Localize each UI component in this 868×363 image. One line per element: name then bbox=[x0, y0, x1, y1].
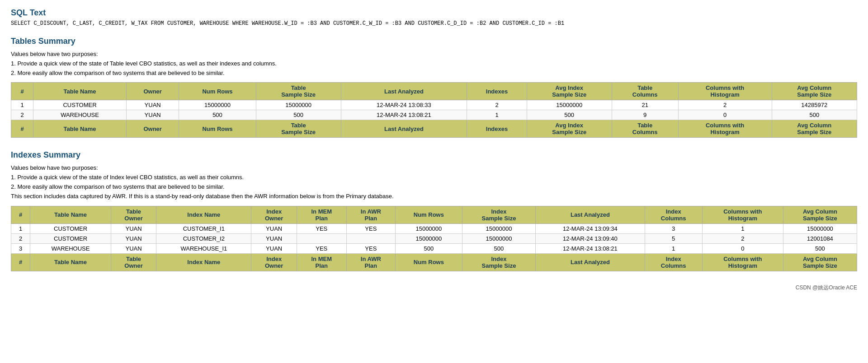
th-owner: Owner bbox=[126, 83, 179, 100]
table-cell: 500 bbox=[179, 110, 256, 120]
index-row: 1CUSTOMERYUANCUSTOMER_I1YUANYESYES150000… bbox=[11, 223, 857, 233]
index-cell: 15000000 bbox=[462, 223, 536, 233]
itf-index-owner: IndexOwner bbox=[251, 253, 297, 271]
index-cell: WAREHOUSE_I1 bbox=[156, 243, 251, 253]
ith-in-awr-plan: In AWRPlan bbox=[346, 206, 396, 223]
index-cell: CUSTOMER bbox=[30, 223, 111, 233]
idx-desc-line-1: Values below have two purposes: bbox=[11, 164, 98, 171]
itf-in-awr-plan: In AWRPlan bbox=[346, 253, 396, 271]
index-cell: 500 bbox=[462, 243, 536, 253]
th-columns-with-histogram: Columns withHistogram bbox=[678, 83, 772, 100]
tables-summary-title: Tables Summary bbox=[11, 37, 857, 46]
index-cell: 15000000 bbox=[396, 233, 462, 243]
index-cell: YUAN bbox=[111, 233, 156, 243]
index-cell: YUAN bbox=[111, 243, 156, 253]
index-cell bbox=[297, 233, 347, 243]
table-row: 1CUSTOMERYUAN150000001500000012-MAR-24 1… bbox=[11, 100, 857, 110]
index-cell: 12001084 bbox=[783, 233, 857, 243]
index-cell: 2 bbox=[11, 233, 30, 243]
desc-line-3: 2. More easily allow the comparison of t… bbox=[11, 70, 225, 76]
index-cell: CUSTOMER_I2 bbox=[156, 233, 251, 243]
tables-summary-description: Values below have two purposes: 1. Provi… bbox=[11, 50, 857, 78]
table-cell: YUAN bbox=[126, 110, 179, 120]
table-cell: 2 bbox=[678, 100, 772, 110]
table-cell: 2 bbox=[467, 100, 527, 110]
table-cell: 14285972 bbox=[772, 100, 857, 110]
tf-avg-column-sample-size: Avg ColumnSample Size bbox=[772, 120, 857, 138]
tables-header-row: # Table Name Owner Num Rows TableSample … bbox=[11, 83, 857, 100]
index-cell: 15000000 bbox=[396, 223, 462, 233]
table-cell: 15000000 bbox=[179, 100, 256, 110]
itf-table-name: Table Name bbox=[30, 253, 111, 271]
index-cell: 500 bbox=[783, 243, 857, 253]
tf-indexes: Indexes bbox=[467, 120, 527, 138]
itf-hash: # bbox=[11, 253, 30, 271]
ith-last-analyzed: Last Analyzed bbox=[536, 206, 645, 223]
idx-desc-line-2: 1. Provide a quick view of the state of … bbox=[11, 174, 244, 181]
index-cell: 12-MAR-24 13:08:21 bbox=[536, 243, 645, 253]
table-cell: 1 bbox=[11, 100, 33, 110]
index-cell: 15000000 bbox=[462, 233, 536, 243]
index-cell: YES bbox=[346, 223, 396, 233]
ith-num-rows: Num Rows bbox=[396, 206, 462, 223]
tables-summary-section: Tables Summary Values below have two pur… bbox=[11, 37, 857, 138]
th-avg-index-sample-size: Avg IndexSample Size bbox=[527, 83, 612, 100]
itf-index-sample-size: IndexSample Size bbox=[462, 253, 536, 271]
ith-index-owner: IndexOwner bbox=[251, 206, 297, 223]
idx-desc-line-4: This section includes data captured by A… bbox=[11, 193, 394, 200]
index-cell: 3 bbox=[645, 223, 702, 233]
th-table-columns: TableColumns bbox=[612, 83, 678, 100]
itf-last-analyzed: Last Analyzed bbox=[536, 253, 645, 271]
table-cell: CUSTOMER bbox=[33, 100, 127, 110]
index-cell: 2 bbox=[702, 233, 783, 243]
index-cell: 1 bbox=[645, 243, 702, 253]
index-cell: YUAN bbox=[251, 243, 297, 253]
ith-columns-with-histogram: Columns withHistogram bbox=[702, 206, 783, 223]
index-cell: CUSTOMER bbox=[30, 233, 111, 243]
itf-in-mem-plan: In MEMPlan bbox=[297, 253, 347, 271]
th-num-rows: Num Rows bbox=[179, 83, 256, 100]
index-cell: 500 bbox=[396, 243, 462, 253]
index-cell: CUSTOMER_I1 bbox=[156, 223, 251, 233]
ith-index-name: Index Name bbox=[156, 206, 251, 223]
table-cell: 15000000 bbox=[527, 100, 612, 110]
index-cell: 0 bbox=[702, 243, 783, 253]
itf-index-columns: IndexColumns bbox=[645, 253, 702, 271]
indexes-summary-title: Indexes Summary bbox=[11, 150, 857, 160]
sql-text: SELECT C_DISCOUNT, C_LAST, C_CREDIT, W_T… bbox=[11, 20, 857, 27]
index-cell: 12-MAR-24 13:09:40 bbox=[536, 233, 645, 243]
index-cell bbox=[346, 233, 396, 243]
tf-table-columns: TableColumns bbox=[612, 120, 678, 138]
ith-in-mem-plan: In MEMPlan bbox=[297, 206, 347, 223]
index-cell: YES bbox=[297, 243, 347, 253]
index-row: 3WAREHOUSEYUANWAREHOUSE_I1YUANYESYES5005… bbox=[11, 243, 857, 253]
ith-avg-column-sample-size: Avg ColumnSample Size bbox=[783, 206, 857, 223]
table-cell: 500 bbox=[772, 110, 857, 120]
table-cell: 0 bbox=[678, 110, 772, 120]
index-cell: 1 bbox=[702, 223, 783, 233]
table-cell: 500 bbox=[256, 110, 341, 120]
table-cell: 15000000 bbox=[256, 100, 341, 110]
th-avg-column-sample-size: Avg ColumnSample Size bbox=[772, 83, 857, 100]
itf-table-owner: TableOwner bbox=[111, 253, 156, 271]
table-row: 2WAREHOUSEYUAN50050012-MAR-24 13:08:2115… bbox=[11, 110, 857, 120]
index-cell: 15000000 bbox=[783, 223, 857, 233]
sql-label: SQL Text bbox=[11, 8, 857, 18]
th-table-name: Table Name bbox=[33, 83, 127, 100]
table-cell: 12-MAR-24 13:08:21 bbox=[341, 110, 467, 120]
tf-hash: # bbox=[11, 120, 33, 138]
tf-columns-with-histogram: Columns withHistogram bbox=[678, 120, 772, 138]
desc-line-1: Values below have two purposes: bbox=[11, 51, 98, 57]
index-cell: YUAN bbox=[251, 233, 297, 243]
footer-note: CSDN @姚远Oracle ACE bbox=[11, 284, 857, 292]
table-cell: 500 bbox=[527, 110, 612, 120]
ith-table-owner: TableOwner bbox=[111, 206, 156, 223]
indexes-summary-table: # Table Name TableOwner Index Name Index… bbox=[11, 206, 857, 271]
index-cell: 3 bbox=[11, 243, 30, 253]
tables-summary-table: # Table Name Owner Num Rows TableSample … bbox=[11, 82, 857, 138]
table-cell: YUAN bbox=[126, 100, 179, 110]
th-indexes: Indexes bbox=[467, 83, 527, 100]
index-cell: YUAN bbox=[111, 223, 156, 233]
indexes-header-row: # Table Name TableOwner Index Name Index… bbox=[11, 206, 857, 223]
table-cell: 21 bbox=[612, 100, 678, 110]
